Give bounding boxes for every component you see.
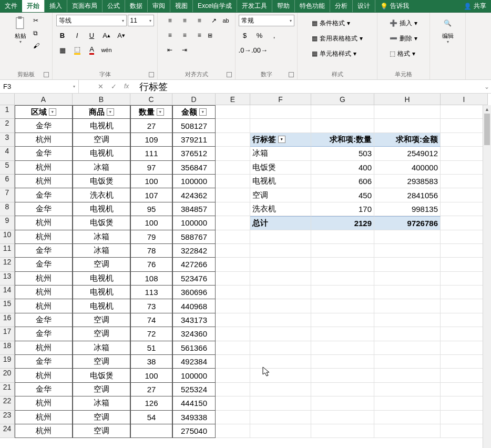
dialog-launcher[interactable] xyxy=(44,72,49,77)
cell[interactable]: 108 xyxy=(130,272,172,286)
cell[interactable] xyxy=(216,175,250,188)
cell[interactable]: 379211 xyxy=(172,133,216,147)
cell[interactable] xyxy=(374,258,441,271)
cell[interactable] xyxy=(374,341,441,355)
cell-styles-button[interactable]: ▦单元格样式 ▾ xyxy=(312,47,363,60)
cell[interactable] xyxy=(441,216,488,230)
cell[interactable] xyxy=(250,119,311,133)
cell[interactable]: 空调 xyxy=(250,188,311,202)
cell[interactable]: 72 xyxy=(130,327,172,341)
cell[interactable] xyxy=(374,327,441,341)
cell[interactable] xyxy=(441,147,488,160)
cell[interactable]: 275040 xyxy=(172,424,216,438)
cell[interactable] xyxy=(441,119,488,133)
cell[interactable]: 杭州 xyxy=(15,161,73,175)
cell[interactable] xyxy=(441,327,488,341)
cell[interactable] xyxy=(311,286,374,299)
cell[interactable] xyxy=(216,230,250,244)
tab-view[interactable]: 视图 xyxy=(170,0,192,12)
cell[interactable]: 51 xyxy=(130,341,172,355)
cell[interactable] xyxy=(441,341,488,355)
cell[interactable] xyxy=(441,258,488,271)
cell[interactable] xyxy=(130,424,172,438)
cell[interactable]: 电饭煲 xyxy=(250,161,311,175)
filter-button[interactable]: ▾ xyxy=(107,108,114,116)
cell[interactable]: 求和项:数量 xyxy=(311,133,374,147)
align-center-button[interactable]: ≡ xyxy=(178,29,191,41)
cell[interactable]: 2549012 xyxy=(374,147,441,160)
increase-decimal-button[interactable]: .0→ xyxy=(239,44,251,56)
cell[interactable]: 9726786 xyxy=(374,216,441,230)
cell[interactable] xyxy=(441,230,488,244)
cell[interactable] xyxy=(216,105,250,119)
cell[interactable] xyxy=(216,341,250,355)
cell[interactable] xyxy=(374,369,441,382)
cell[interactable] xyxy=(311,119,374,133)
cell[interactable]: 100000 xyxy=(172,175,216,188)
row-header[interactable]: 12 xyxy=(0,258,15,271)
cell[interactable]: 杭州 xyxy=(15,133,73,147)
cell[interactable] xyxy=(374,383,441,396)
row-header[interactable]: 5 xyxy=(0,161,15,175)
filter-button[interactable]: ▾ xyxy=(49,108,56,116)
cell[interactable]: 100 xyxy=(130,369,172,382)
cell[interactable]: 电视机 xyxy=(73,272,130,286)
cell[interactable]: 2938583 xyxy=(374,175,441,188)
tab-formulas[interactable]: 公式 xyxy=(102,0,125,12)
cell[interactable]: 109 xyxy=(130,133,172,147)
cell[interactable] xyxy=(216,119,250,133)
cell[interactable]: 100000 xyxy=(172,369,216,382)
cell[interactable] xyxy=(441,175,488,188)
cell[interactable] xyxy=(374,424,441,438)
cell[interactable]: 区域▾ xyxy=(15,105,73,119)
cell[interactable]: 空调 xyxy=(73,383,130,396)
filter-button[interactable]: ▾ xyxy=(199,108,207,116)
dialog-launcher[interactable] xyxy=(227,72,232,77)
tab-insert[interactable]: 插入 xyxy=(44,0,67,12)
row-header[interactable]: 15 xyxy=(0,299,15,313)
tab-special[interactable]: 特色功能 xyxy=(294,0,330,12)
cell[interactable]: 606 xyxy=(311,175,374,188)
cell[interactable] xyxy=(250,313,311,327)
cell[interactable]: 电饭煲 xyxy=(73,216,130,230)
tab-design[interactable]: 设计 xyxy=(352,0,375,12)
cell[interactable] xyxy=(441,272,488,286)
row-header[interactable]: 17 xyxy=(0,327,15,341)
align-middle-button[interactable]: ≡ xyxy=(178,15,191,26)
col-header-H[interactable]: H xyxy=(374,94,441,105)
col-header-D[interactable]: D xyxy=(172,94,216,105)
cell[interactable] xyxy=(250,396,311,410)
cell[interactable]: 空调 xyxy=(73,411,130,424)
cell[interactable] xyxy=(250,244,311,258)
cell[interactable]: 113 xyxy=(130,286,172,299)
cell[interactable] xyxy=(216,202,250,216)
enter-formula-button[interactable]: ✓ xyxy=(111,83,117,90)
cell[interactable]: 洗衣机 xyxy=(250,202,311,216)
cell[interactable]: 126 xyxy=(130,396,172,410)
align-top-button[interactable]: ≡ xyxy=(163,15,176,26)
tab-home[interactable]: 开始 xyxy=(22,0,44,12)
cell[interactable]: 54 xyxy=(130,411,172,424)
cell[interactable]: 杭州 xyxy=(15,369,73,382)
italic-button[interactable]: I xyxy=(71,29,84,41)
cell[interactable] xyxy=(441,383,488,396)
cell[interactable] xyxy=(374,119,441,133)
cell[interactable] xyxy=(311,230,374,244)
cell[interactable]: 杭州 xyxy=(15,411,73,424)
name-box-input[interactable] xyxy=(3,83,73,90)
underline-button[interactable]: U xyxy=(86,29,98,41)
cell[interactable]: 508127 xyxy=(172,119,216,133)
row-header[interactable]: 4 xyxy=(0,147,15,160)
cell[interactable] xyxy=(441,286,488,299)
wrap-text-button[interactable]: ab xyxy=(222,15,229,26)
tab-file[interactable]: 文件 xyxy=(0,0,22,12)
cell[interactable]: 商品▾ xyxy=(73,105,130,119)
cell[interactable]: 427266 xyxy=(172,258,216,271)
cell[interactable] xyxy=(441,161,488,175)
cell[interactable]: 100000 xyxy=(172,216,216,230)
cell[interactable]: 杭州 xyxy=(15,341,73,355)
cell[interactable]: 79 xyxy=(130,230,172,244)
copy-button[interactable]: ⧉ xyxy=(33,29,43,39)
cell[interactable]: 空调 xyxy=(73,313,130,327)
conditional-format-button[interactable]: ▦条件格式 ▾ xyxy=(312,17,363,29)
